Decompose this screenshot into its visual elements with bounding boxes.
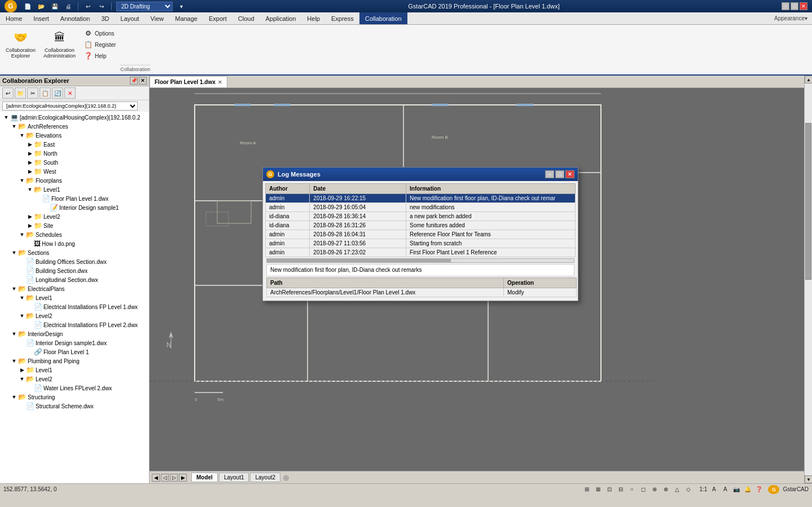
log-table-row[interactable]: admin2018-09-26 17:23:02First Floor Plan…	[266, 248, 576, 257]
tree-view[interactable]: ▼💻[admin:EcologicalHousingComplex](192.1…	[0, 112, 149, 483]
tree-node[interactable]: ▼📂InteriorDesign	[1, 329, 148, 338]
tree-node[interactable]: 🔗Floor Plan Level 1	[1, 347, 148, 356]
panel-tb-paste[interactable]: 📋	[39, 87, 51, 99]
tree-toggle[interactable]: ▼	[18, 375, 26, 383]
ribbon-register[interactable]: 📋 Register	[81, 39, 118, 50]
tree-node[interactable]: 📄Building Offices Section.dwx	[1, 257, 148, 266]
tree-toggle[interactable]	[26, 321, 34, 329]
tree-node[interactable]: 🖼How I do.png	[1, 239, 148, 248]
log-table-row[interactable]: admin2018-09-29 16:05:04new modification…	[266, 203, 576, 212]
scroll-track[interactable]	[805, 83, 812, 475]
status-a1-icon[interactable]: A	[709, 485, 718, 494]
tree-node[interactable]: 📄Floor Plan Level 1.dwx	[1, 194, 148, 203]
tab-prev2-btn[interactable]: ◁	[161, 474, 169, 482]
tree-toggle[interactable]	[26, 303, 34, 311]
tree-toggle[interactable]: ▼	[10, 330, 18, 338]
status-dyn-icon[interactable]: ⊗	[661, 485, 670, 494]
tree-node[interactable]: ▶📁West	[1, 167, 148, 176]
status-bell-icon[interactable]: 🔔	[743, 485, 752, 494]
tab-next-btn[interactable]: ▶	[179, 474, 187, 482]
tab-layout1[interactable]: Layout1	[219, 473, 249, 482]
menu-3d[interactable]: 3D	[95, 12, 115, 24]
tree-toggle[interactable]	[26, 348, 34, 356]
tree-toggle[interactable]: ▼	[18, 312, 26, 320]
tree-node[interactable]: ▼📂Elevations	[1, 131, 148, 140]
tree-node[interactable]: 📄Electrical Installations FP Level 1.dwx	[1, 302, 148, 311]
tree-toggle[interactable]: ▼	[18, 294, 26, 302]
tab-next2-btn[interactable]: ▷	[170, 474, 178, 482]
drawing-canvas[interactable]: Room A Room B N 0 5m	[150, 88, 804, 471]
tree-node[interactable]: 📝Interior Design sample1	[1, 203, 148, 212]
tree-node[interactable]: ▼💻[admin:EcologicalHousingComplex](192.1…	[1, 113, 148, 122]
status-polar-icon[interactable]: ⊟	[616, 485, 625, 494]
status-cam-icon[interactable]: 📷	[732, 485, 741, 494]
workspace-dropdown[interactable]: 2D Drafting	[116, 2, 173, 11]
minimize-btn[interactable]: −	[782, 2, 789, 10]
tree-toggle[interactable]: ▼	[10, 122, 18, 130]
log-table-row[interactable]: id-diana2018-09-28 16:31:26Some funiture…	[266, 221, 576, 230]
status-lw-icon[interactable]: △	[673, 485, 682, 494]
tree-toggle[interactable]	[18, 402, 26, 410]
menu-cloud[interactable]: Cloud	[232, 12, 260, 24]
tree-node[interactable]: ▼📂Floorplans	[1, 176, 148, 185]
log-table-row[interactable]: admin2018-09-27 11:03:56Starting from sc…	[266, 239, 576, 248]
log-scrollbar[interactable]	[266, 258, 574, 263]
tree-node[interactable]: ▼📂Schedules	[1, 230, 148, 239]
tree-node[interactable]: ▼📂Plumbing and Piping	[1, 356, 148, 365]
tree-node[interactable]: ▶📁East	[1, 140, 148, 149]
add-layout-btn[interactable]: ⊕	[283, 473, 289, 482]
panel-tb-delete[interactable]: ✕	[64, 87, 76, 99]
tree-node[interactable]: ▶📁North	[1, 149, 148, 158]
status-tpoly-icon[interactable]: ◇	[684, 485, 693, 494]
dialog-close-btn[interactable]: ✕	[565, 170, 574, 178]
tree-toggle[interactable]: ▶	[26, 213, 34, 221]
tree-node[interactable]: 📄Interior Design sample1.dwx	[1, 338, 148, 347]
close-btn[interactable]: ✕	[800, 2, 807, 10]
ribbon-options[interactable]: ⚙ Options	[81, 28, 118, 38]
tree-toggle[interactable]: ▶	[26, 222, 34, 230]
tree-node[interactable]: ▼📂Level1	[1, 293, 148, 302]
menu-express[interactable]: Express	[326, 12, 359, 24]
tree-toggle[interactable]	[18, 258, 26, 266]
tree-node[interactable]: 📄Structural Scheme.dwx	[1, 402, 148, 411]
tab-prev-btn[interactable]: ◀	[152, 474, 160, 482]
menu-home[interactable]: Home	[0, 12, 28, 24]
menu-manage[interactable]: Manage	[169, 12, 203, 24]
status-otrack-icon[interactable]: ◻	[639, 485, 648, 494]
tab-close-btn[interactable]: ✕	[218, 80, 222, 85]
menu-application[interactable]: Application	[260, 12, 302, 24]
qa-redo[interactable]: ↪	[96, 1, 107, 11]
tree-toggle[interactable]: ▼	[18, 177, 26, 184]
qa-undo[interactable]: ↩	[83, 1, 93, 11]
tree-node[interactable]: 📄Building Section.dwx	[1, 266, 148, 275]
tab-model[interactable]: Model	[191, 473, 218, 482]
tree-toggle[interactable]: ▼	[18, 131, 26, 139]
dialog-max-btn[interactable]: □	[555, 170, 564, 178]
tree-node[interactable]: ▶📁Site	[1, 221, 148, 230]
ribbon-collab-admin[interactable]: 🏛 CollaborationAdministration	[40, 27, 79, 72]
status-a2-icon[interactable]: A	[721, 485, 730, 494]
tree-toggle[interactable]: ▶	[26, 158, 34, 166]
status-osnap-icon[interactable]: ○	[627, 485, 637, 494]
tree-node[interactable]: ▼📂ElectricalPlans	[1, 284, 148, 293]
tree-toggle[interactable]: ▼	[10, 357, 18, 365]
qa-save[interactable]: 💾	[50, 1, 60, 11]
log-table-row[interactable]: id-diana2018-09-28 16:36:14a new park be…	[266, 212, 576, 221]
qa-arrow[interactable]: ▾	[176, 1, 186, 11]
menu-annotation[interactable]: Annotation	[55, 12, 96, 24]
tree-node[interactable]: ▼📂Structuring	[1, 393, 148, 402]
tree-toggle[interactable]	[18, 339, 26, 347]
tree-node[interactable]: 📄Electrical Installations FP Level 2.dwx	[1, 320, 148, 329]
qa-print[interactable]: 🖨	[63, 1, 73, 11]
log-table-row[interactable]: admin2018-09-28 16:04:31Reference Floor …	[266, 230, 576, 239]
tree-node[interactable]: ▼📂Sections	[1, 248, 148, 257]
right-scrollbar[interactable]: ▲ ▼	[804, 76, 812, 483]
panel-close-btn[interactable]: ✕	[139, 77, 147, 85]
status-help2-icon[interactable]: ❓	[754, 485, 763, 494]
appearance-menu[interactable]: Appearance▾	[774, 15, 812, 21]
status-grid-icon[interactable]: ⊞	[582, 485, 591, 494]
menu-collaboration[interactable]: Collaboration	[359, 12, 407, 24]
tree-node[interactable]: ▼📂ArchReferences	[1, 122, 148, 131]
menu-help[interactable]: Help	[301, 12, 326, 24]
ribbon-help[interactable]: ❓ Help	[81, 51, 118, 61]
